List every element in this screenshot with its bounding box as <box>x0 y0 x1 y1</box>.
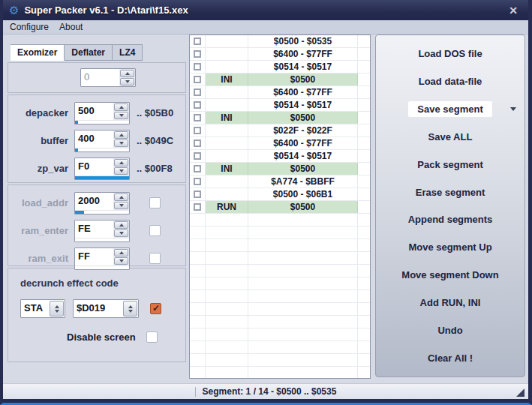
spin-up-icon[interactable] <box>114 131 128 139</box>
segment-row[interactable]: INI $0500 <box>190 112 370 124</box>
spin-down-icon[interactable] <box>114 257 128 265</box>
action-button[interactable]: Pack segment <box>376 151 524 178</box>
segment-row[interactable]: $0514 - $0517 <box>190 61 370 74</box>
effect-address-value[interactable]: $D019 <box>74 300 122 317</box>
segment-row[interactable] <box>190 367 370 379</box>
segment-row[interactable] <box>190 354 370 367</box>
segment-checkbox[interactable] <box>194 203 201 211</box>
segment-checkbox[interactable] <box>194 63 201 70</box>
menu-item[interactable]: About <box>59 22 83 32</box>
segment-row[interactable]: $6400 - $77FF <box>190 48 370 61</box>
hex-spinner[interactable]: F0 <box>74 158 130 180</box>
segment-checkbox[interactable] <box>194 178 201 185</box>
action-button[interactable]: Save ALL <box>376 123 524 151</box>
field-value[interactable]: 500 <box>75 103 113 120</box>
spin-up-icon[interactable] <box>114 194 128 201</box>
spin-down-icon[interactable] <box>114 140 128 147</box>
close-icon[interactable]: ✕ <box>506 4 521 16</box>
spinner-buttons[interactable] <box>123 301 137 316</box>
option-checkbox[interactable] <box>149 197 161 208</box>
segment-row[interactable]: INI $0500 <box>190 163 370 176</box>
spin-up-icon[interactable] <box>114 249 128 256</box>
segment-row[interactable]: $022F - $022F <box>190 124 370 137</box>
segment-checkbox[interactable] <box>194 76 201 83</box>
segment-row[interactable]: $0500 - $0535 <box>190 35 370 48</box>
option-value[interactable]: FE <box>75 220 113 238</box>
spin-down-icon[interactable] <box>114 202 128 209</box>
segment-checkbox[interactable] <box>194 140 201 147</box>
option-checkbox[interactable] <box>149 253 161 264</box>
segment-checkbox[interactable] <box>194 88 201 96</box>
segment-row[interactable] <box>190 239 370 252</box>
hex-spinner[interactable]: 500 <box>74 102 130 124</box>
segment-row[interactable] <box>190 252 370 265</box>
segment-row[interactable] <box>190 303 370 316</box>
option-value[interactable]: FF <box>75 248 113 266</box>
spin-down-icon[interactable] <box>114 230 128 237</box>
extra-value[interactable]: 0 <box>81 69 119 86</box>
packer-tab[interactable]: Exomizer <box>11 44 65 61</box>
spin-up-icon[interactable] <box>114 104 128 111</box>
segment-row[interactable] <box>190 290 370 303</box>
segment-checkbox[interactable] <box>194 190 201 198</box>
segment-row[interactable] <box>190 226 370 239</box>
segment-checkbox[interactable] <box>194 101 201 109</box>
spin-down-icon[interactable] <box>120 78 134 86</box>
action-button[interactable]: Undo <box>376 316 524 344</box>
hex-spinner[interactable]: 2000 <box>74 192 130 214</box>
segment-row[interactable] <box>190 328 370 341</box>
segment-checkbox[interactable] <box>194 114 201 122</box>
action-button[interactable]: Erase segment <box>376 178 524 206</box>
action-button[interactable]: Save segment <box>376 95 524 123</box>
spin-up-icon[interactable] <box>120 70 134 77</box>
hex-spinner[interactable]: 400 <box>74 130 130 152</box>
spin-up-icon[interactable] <box>114 221 128 229</box>
spin-up-icon[interactable] <box>114 159 128 166</box>
resize-grip-icon[interactable] <box>516 388 524 397</box>
action-button[interactable]: Move segment Down <box>376 261 524 289</box>
segment-row[interactable]: INI $0500 <box>190 74 370 86</box>
opcode-value[interactable]: STA <box>21 300 49 317</box>
segment-row[interactable]: $6400 - $77FF <box>190 86 370 99</box>
packer-tab[interactable]: Deflater <box>65 44 113 61</box>
segment-row[interactable] <box>190 316 370 328</box>
action-button[interactable]: Append segments <box>376 206 524 234</box>
dropdown-icon[interactable] <box>510 107 516 111</box>
menu-item[interactable]: Configure <box>10 22 49 32</box>
action-button[interactable]: Clear All ! <box>376 344 524 372</box>
segment-row[interactable]: $0514 - $0517 <box>190 150 370 163</box>
decrunch-enabled-checkbox[interactable] <box>150 303 161 314</box>
packer-tab[interactable]: LZ4 <box>113 44 143 61</box>
action-button[interactable]: Load data-file <box>376 68 524 95</box>
segment-checkbox[interactable] <box>194 165 201 172</box>
segment-checkbox[interactable] <box>194 38 201 45</box>
segment-row[interactable] <box>190 265 370 278</box>
segment-row[interactable]: $6400 - $77FF <box>190 137 370 150</box>
segment-row[interactable]: $0500 - $06B1 <box>190 188 370 201</box>
action-button[interactable]: Add RUN, INI <box>376 289 524 316</box>
spin-down-icon[interactable] <box>114 112 128 119</box>
hex-spinner[interactable]: FF <box>74 248 130 270</box>
segment-row[interactable]: RUN $0500 <box>190 201 370 214</box>
field-value[interactable]: 400 <box>75 130 113 148</box>
extra-spinner[interactable]: 0 <box>80 68 136 87</box>
opcode-spinner[interactable]: STA <box>20 299 65 318</box>
segment-row[interactable]: $A774 - $BBFF <box>190 176 370 188</box>
effect-address-spinner[interactable]: $D019 <box>73 299 139 318</box>
action-button[interactable]: Load DOS file <box>376 40 524 68</box>
segment-row[interactable]: $0514 - $0517 <box>190 99 370 112</box>
segment-row[interactable] <box>190 278 370 290</box>
field-value[interactable]: F0 <box>75 158 113 176</box>
segment-row[interactable] <box>190 214 370 226</box>
segment-checkbox[interactable] <box>194 127 201 134</box>
spin-down-icon[interactable] <box>114 167 128 175</box>
segment-row[interactable] <box>190 341 370 354</box>
option-checkbox[interactable] <box>149 225 161 236</box>
hex-spinner[interactable]: FE <box>74 220 130 242</box>
segment-checkbox[interactable] <box>194 152 201 160</box>
disable-screen-checkbox[interactable] <box>146 332 158 343</box>
spinner-buttons[interactable] <box>50 301 64 316</box>
action-button[interactable]: Move segment Up <box>376 233 524 261</box>
option-value[interactable]: 2000 <box>75 193 113 210</box>
segment-checkbox[interactable] <box>194 50 201 58</box>
